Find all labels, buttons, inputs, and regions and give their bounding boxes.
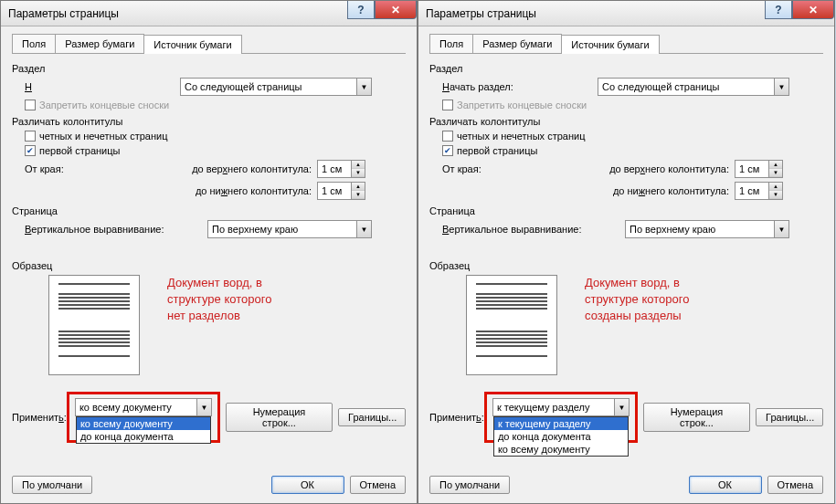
help-button[interactable]: ? <box>347 1 375 19</box>
section-start-select[interactable]: Со следующей страницы▼ <box>598 78 789 96</box>
tab-paper-size[interactable]: Размер бумаги <box>55 34 144 53</box>
titlebar[interactable]: Параметры страницы ? ✕ <box>1 1 417 26</box>
chevron-down-icon: ▼ <box>196 399 211 415</box>
chevron-down-icon: ▼ <box>774 79 788 95</box>
tabstrip: Поля Размер бумаги Источник бумаги <box>12 34 406 54</box>
borders-button[interactable]: Границы... <box>756 408 823 426</box>
sample-heading: Образец <box>12 260 406 271</box>
suppress-endnotes-checkbox: Запретить концевые сноски <box>442 100 823 110</box>
apply-dropdown-list[interactable]: к текущему разделу до конца документа ко… <box>493 416 629 457</box>
highlight-box: к текущему разделу▼ к текущему разделу д… <box>484 392 638 443</box>
chevron-down-icon: ▼ <box>356 221 371 237</box>
chevron-down-icon: ▼ <box>614 399 629 415</box>
section-start-select[interactable]: Со следующей страницы▼ <box>180 78 372 96</box>
sample-heading: Образец <box>429 260 823 271</box>
section-heading: Раздел <box>12 63 406 74</box>
tab-fields[interactable]: Поля <box>429 34 473 53</box>
page-setup-dialog: Параметры страницы ? ✕ Поля Размер бумаг… <box>0 0 418 504</box>
first-page-checkbox[interactable]: ✔первой страницы <box>442 145 823 156</box>
odd-even-checkbox[interactable]: четных и нечетных страниц <box>25 131 406 142</box>
apply-label: Применить: <box>429 412 484 423</box>
window-title: Параметры страницы <box>8 7 119 20</box>
page-setup-dialog: Параметры страницы ? ✕ Поля Размер бумаг… <box>418 0 835 504</box>
suppress-endnotes-checkbox: Запретить концевые сноски <box>25 100 406 110</box>
apply-dropdown-list[interactable]: ко всему документу до конца документа <box>76 416 211 444</box>
valign-select[interactable]: По верхнему краю▼ <box>625 220 789 238</box>
page-heading: Страница <box>429 205 823 216</box>
annotation-text: Документ ворд, в структуре которого нет … <box>167 275 271 324</box>
footer-dist-label: до нижнего колонтитула: <box>598 185 735 196</box>
from-edge-label: От края: <box>25 163 180 174</box>
header-dist-spinner[interactable]: ▲▼ <box>735 160 783 178</box>
tab-paper-source[interactable]: Источник бумаги <box>561 35 659 54</box>
close-button[interactable]: ✕ <box>792 1 834 19</box>
chevron-down-icon: ▼ <box>774 221 788 237</box>
section-start-label: Начать раздел: <box>442 81 598 92</box>
close-button[interactable]: ✕ <box>375 1 417 19</box>
footer-dist-spinner[interactable]: ▲▼ <box>317 182 365 200</box>
footer-dist-spinner[interactable]: ▲▼ <box>735 182 783 200</box>
valign-label: Вертикальное выравнивание: <box>25 224 207 235</box>
help-button[interactable]: ? <box>765 1 792 19</box>
defaults-button[interactable]: По умолчани <box>12 476 92 494</box>
section-heading: Раздел <box>429 63 823 74</box>
apply-select[interactable]: ко всему документу▼ ко всему документу д… <box>75 398 212 416</box>
header-dist-spinner[interactable]: ▲▼ <box>317 160 365 178</box>
window-title: Параметры страницы <box>426 7 536 20</box>
ok-button[interactable]: ОК <box>271 476 344 494</box>
from-edge-label: От края: <box>442 163 598 174</box>
headers-heading: Различать колонтитулы <box>12 116 406 127</box>
line-numbers-button[interactable]: Нумерация строк... <box>226 403 333 432</box>
footer-dist-label: до нижнего колонтитула: <box>180 185 317 196</box>
tab-paper-source[interactable]: Источник бумаги <box>143 35 241 54</box>
odd-even-checkbox[interactable]: четных и нечетных страниц <box>442 131 823 142</box>
chevron-down-icon: ▼ <box>356 79 371 95</box>
titlebar[interactable]: Параметры страницы ? ✕ <box>418 1 834 26</box>
line-numbers-button[interactable]: Нумерация строк... <box>643 403 750 432</box>
borders-button[interactable]: Границы... <box>338 408 406 426</box>
page-heading: Страница <box>12 205 406 216</box>
preview-pane <box>466 275 557 375</box>
preview-pane <box>48 275 140 375</box>
tab-fields[interactable]: Поля <box>12 34 56 53</box>
ok-button[interactable]: ОК <box>689 476 762 494</box>
header-dist-label: до верхнего колонтитула: <box>180 163 317 174</box>
header-dist-label: до верхнего колонтитула: <box>598 163 735 174</box>
apply-select[interactable]: к текущему разделу▼ к текущему разделу д… <box>492 398 630 416</box>
section-start-label: Н <box>25 81 180 92</box>
annotation-text: Документ ворд, в структуре которого созд… <box>585 275 689 324</box>
cancel-button[interactable]: Отмена <box>767 476 823 494</box>
valign-select[interactable]: По верхнему краю▼ <box>207 220 372 238</box>
apply-label: Применить: <box>12 412 67 423</box>
valign-label: Вертикальное выравнивание: <box>442 224 625 235</box>
highlight-box: ко всему документу▼ ко всему документу д… <box>67 392 220 443</box>
cancel-button[interactable]: Отмена <box>350 476 406 494</box>
first-page-checkbox[interactable]: ✔первой страницы <box>25 145 406 156</box>
headers-heading: Различать колонтитулы <box>429 116 823 127</box>
defaults-button[interactable]: По умолчани <box>429 476 510 494</box>
tab-paper-size[interactable]: Размер бумаги <box>472 34 562 53</box>
tabstrip: Поля Размер бумаги Источник бумаги <box>429 34 823 54</box>
